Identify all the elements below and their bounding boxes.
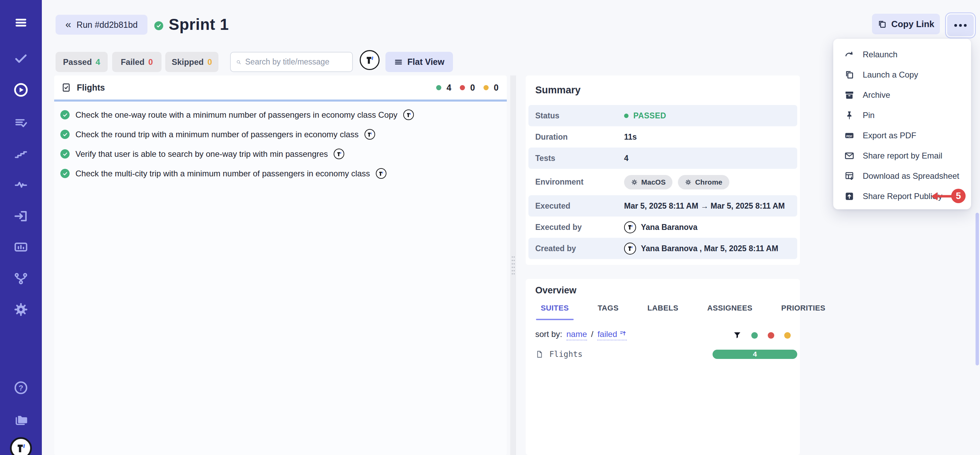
summary-row-tests: Tests 4 [528, 148, 797, 169]
spreadsheet-icon [844, 171, 854, 181]
environment-label: Environment [535, 177, 624, 187]
executed-by-value: Yana Baranova [641, 223, 697, 232]
test-row[interactable]: Check the multi-city trip with a minimum… [54, 164, 507, 183]
sort-separator: / [591, 329, 593, 339]
checks-nav-icon[interactable] [14, 51, 28, 65]
menu-item-pin[interactable]: Pin [833, 105, 971, 125]
test-row[interactable]: Check the one-way route with a minimum n… [54, 105, 507, 125]
tab-tags[interactable]: TAGS [593, 304, 624, 320]
sort-row: sort by: name / failed [535, 329, 627, 340]
overview-suite-row[interactable]: Flights 4 [535, 346, 791, 362]
suite-header[interactable]: Flights 4 0 0 [54, 75, 507, 99]
search-input[interactable] [245, 57, 347, 67]
more-actions-button[interactable] [946, 13, 975, 37]
passed-filter-chip[interactable]: Passed 4 [56, 52, 108, 72]
created-by-avatar [624, 243, 636, 255]
page-title: Sprint 1 [169, 15, 229, 34]
test-assignee-avatar[interactable] [364, 129, 375, 140]
test-passed-icon [60, 130, 70, 139]
tab-assignees[interactable]: ASSIGNEES [702, 304, 757, 320]
runs-nav-icon[interactable] [13, 82, 29, 98]
suite-name: Flights [77, 83, 105, 93]
suite-passed-count: 4 [447, 83, 451, 93]
failed-count: 0 [148, 57, 153, 67]
projects-folder-icon[interactable] [13, 412, 29, 427]
test-assignee-avatar[interactable] [334, 148, 344, 159]
menu-item-archive[interactable]: Archive [833, 85, 971, 105]
skipped-filter-chip[interactable]: Skipped 0 [165, 52, 218, 72]
environment-chip-macos[interactable]: MacOS [624, 175, 673, 189]
passed-dot [436, 85, 441, 90]
menu-item-relaunch[interactable]: Relaunch [833, 44, 971, 64]
skipped-filter-dot[interactable] [784, 332, 791, 338]
settings-gear-icon[interactable] [13, 302, 29, 317]
summary-row-environment: Environment MacOS Chrome [528, 169, 797, 195]
tests-list: Check the one-way route with a minimum n… [54, 102, 507, 455]
test-passed-icon [60, 149, 70, 158]
sort-by-name-link[interactable]: name [566, 329, 587, 340]
hamburger-menu-icon[interactable] [14, 16, 28, 30]
help-icon[interactable]: ? [13, 380, 29, 395]
test-title: Check the multi-city trip with a minimum… [75, 169, 370, 179]
tab-priorities[interactable]: PRIORITIES [776, 304, 830, 320]
import-nav-icon[interactable] [13, 209, 29, 224]
executed-by-label: Executed by [535, 223, 624, 232]
summary-panel: Summary Status PASSED Duration 11s Tests… [526, 75, 800, 265]
search-box [230, 52, 353, 72]
workspace-logo-avatar[interactable] [10, 437, 32, 455]
suite-counts: 4 0 0 [436, 83, 499, 93]
tab-suites[interactable]: SUITES [536, 304, 574, 320]
failed-label: Failed [121, 57, 144, 67]
menu-item-launch-a-copy[interactable]: Launch a Copy [833, 64, 971, 85]
failed-filter-chip[interactable]: Failed 0 [112, 52, 162, 72]
test-assignee-avatar[interactable] [403, 109, 414, 120]
overview-status-filters [733, 331, 791, 339]
test-passed-icon [60, 110, 70, 120]
sort-by-failed-link[interactable]: failed [597, 329, 627, 340]
status-value: PASSED [633, 111, 666, 120]
vertical-scrollbar-thumb[interactable] [975, 213, 979, 366]
run-id-label: Run #dd2b81bd [76, 20, 137, 30]
copy-link-label: Copy Link [891, 19, 934, 30]
reports-nav-icon[interactable] [13, 239, 29, 255]
test-row[interactable]: Verify that user is able to search by on… [54, 144, 507, 164]
pdf-icon: PDF [844, 130, 854, 140]
menu-item-share-email[interactable]: Share report by Email [833, 145, 971, 166]
more-actions-menu: Relaunch Launch a Copy Archive Pin PDF E… [833, 39, 971, 209]
milestones-nav-icon[interactable] [14, 147, 28, 161]
menu-item-download-spreadsheet[interactable]: Download as Spreadsheet [833, 166, 971, 186]
file-icon [535, 350, 544, 359]
copy-icon [878, 19, 887, 29]
skipped-label: Skipped [172, 57, 204, 67]
back-to-run-button[interactable]: « Run #dd2b81bd [56, 15, 148, 35]
environment-chip-chrome[interactable]: Chrome [678, 175, 729, 189]
assignee-filter-avatar[interactable] [360, 50, 380, 70]
branch-nav-icon[interactable] [14, 271, 28, 286]
pulse-nav-icon[interactable] [14, 177, 28, 192]
test-row[interactable]: Check the round trip with a minimum numb… [54, 125, 507, 144]
relaunch-icon [844, 49, 854, 60]
annotation-step-badge: 5 [951, 189, 966, 203]
copy-icon [844, 70, 854, 80]
gear-icon [631, 179, 638, 186]
suite-passed-bar[interactable]: 4 [713, 350, 797, 359]
test-assignee-avatar[interactable] [376, 168, 387, 179]
filter-funnel-icon[interactable] [733, 331, 741, 339]
test-plans-nav-icon[interactable] [14, 116, 28, 130]
panel-resize-handle[interactable] [510, 75, 516, 455]
archive-icon [844, 90, 854, 100]
svg-text:PDF: PDF [846, 134, 853, 137]
executed-value: Mar 5, 2025 8:11 AM → Mar 5, 2025 8:11 A… [624, 201, 785, 211]
summary-row-status: Status PASSED [528, 105, 797, 126]
copy-link-button[interactable]: Copy Link [872, 14, 940, 34]
failed-filter-dot[interactable] [768, 332, 774, 338]
flat-view-toggle[interactable]: Flat View [385, 52, 453, 72]
status-label: Status [535, 111, 624, 120]
failed-dot [460, 85, 465, 90]
executed-label: Executed [535, 201, 624, 211]
duration-value: 11s [624, 133, 637, 142]
menu-item-export-pdf[interactable]: PDF Export as PDF [833, 125, 971, 145]
passed-filter-dot[interactable] [751, 332, 758, 338]
envelope-icon [844, 151, 854, 161]
tab-labels[interactable]: LABELS [643, 304, 683, 320]
